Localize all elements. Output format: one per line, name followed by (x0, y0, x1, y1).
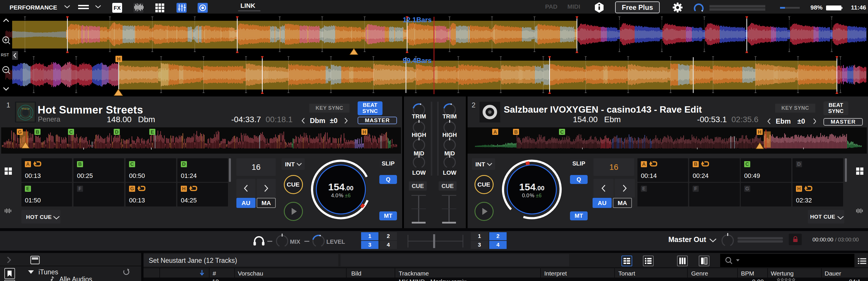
svg-text:G: G (18, 129, 22, 135)
svg-text:C: C (69, 129, 73, 135)
svg-text:H: H (117, 56, 120, 62)
svg-text:H: H (363, 129, 366, 135)
svg-text:B: B (514, 129, 518, 135)
svg-text:FX: FX (114, 5, 121, 11)
svg-text:C: C (560, 129, 564, 135)
svg-text:A: A (493, 129, 497, 135)
svg-text:B: B (36, 129, 39, 135)
svg-text:E: E (151, 129, 154, 135)
svg-text:Prin'a: Prin'a (22, 107, 29, 110)
svg-text:H: H (758, 129, 761, 135)
svg-text:D: D (115, 129, 118, 135)
